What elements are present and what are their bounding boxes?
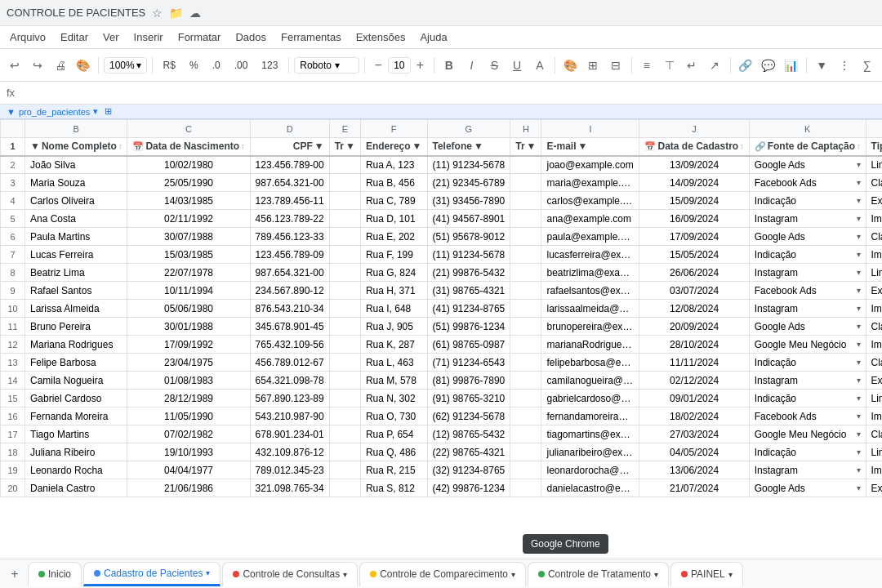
header-cpf[interactable]: CPF ▼ xyxy=(250,138,329,156)
cell-fonte[interactable]: Indicação▾ xyxy=(749,390,866,408)
cell-tr2[interactable] xyxy=(510,246,541,264)
cell-cpf[interactable]: 876.543.210-34 xyxy=(250,300,329,318)
cell-fonte[interactable]: Facebook Ads▾ xyxy=(749,174,866,192)
link-button[interactable]: 🔗 xyxy=(735,54,755,77)
comment-button[interactable]: 💬 xyxy=(758,54,778,77)
cell-cpf[interactable]: 456.789.012-67 xyxy=(250,354,329,372)
cell-nascimento[interactable]: 30/07/1988 xyxy=(127,228,250,246)
cell-fonte[interactable]: Instagram▾ xyxy=(749,372,866,390)
cell-tipo[interactable]: Limpeza▾ xyxy=(866,443,882,461)
cell-endereco[interactable]: Rua J, 905 xyxy=(360,318,427,336)
menu-ver[interactable]: Ver xyxy=(96,28,126,47)
cell-fonte[interactable]: Google Ads▾ xyxy=(749,156,866,174)
cell-tipo[interactable]: Extração▾ xyxy=(866,192,882,210)
format-123-button[interactable]: 123 xyxy=(256,57,283,74)
cell-tr2[interactable] xyxy=(510,443,541,461)
cell-fonte[interactable]: Instagram▾ xyxy=(749,210,866,228)
cell-nascimento[interactable]: 19/10/1993 xyxy=(127,443,250,461)
tab-inicio[interactable]: Inicio xyxy=(28,562,82,586)
cell-endereco[interactable]: Rua C, 789 xyxy=(360,192,427,210)
cell-tr2[interactable] xyxy=(510,264,541,282)
cell-tr2[interactable] xyxy=(510,282,541,300)
cell-tr2[interactable] xyxy=(510,192,541,210)
cell-tipo[interactable]: Limpeza▾ xyxy=(866,390,882,408)
wrap-button[interactable]: ↵ xyxy=(682,54,702,77)
bold-button[interactable]: B xyxy=(439,54,459,77)
cell-nome[interactable]: Juliana Ribeiro xyxy=(25,443,127,461)
cell-nascimento[interactable]: 05/06/1980 xyxy=(127,300,250,318)
currency-button[interactable]: R$ xyxy=(158,57,181,74)
menu-extensoes[interactable]: Extensões xyxy=(350,28,412,47)
row-number[interactable]: 2 xyxy=(1,156,25,174)
menu-ajuda[interactable]: Ajuda xyxy=(413,28,453,47)
cell-tr2[interactable] xyxy=(510,408,541,425)
star-icon[interactable]: ☆ xyxy=(152,7,163,20)
cell-cadastro[interactable]: 21/07/2024 xyxy=(639,479,749,497)
cell-fonte[interactable]: Instagram▾ xyxy=(749,300,866,318)
text-color-button[interactable]: A xyxy=(530,54,550,77)
cell-nascimento[interactable]: 30/01/1988 xyxy=(127,318,250,336)
cell-nome[interactable]: Maria Souza xyxy=(25,174,127,192)
align-button[interactable]: ≡ xyxy=(636,54,657,77)
cell-nome[interactable]: Fernanda Moreira xyxy=(25,408,127,425)
cell-endereco[interactable]: Rua L, 463 xyxy=(360,354,427,372)
header-telefone[interactable]: Telefone ▼ xyxy=(427,138,510,156)
cell-nascimento[interactable]: 10/11/1994 xyxy=(127,282,250,300)
cell-telefone[interactable]: (51) 95678-9012 xyxy=(427,228,510,246)
zoom-control[interactable]: 100% ▾ xyxy=(104,57,147,74)
cell-email[interactable]: beatrizlima@example. xyxy=(541,264,639,282)
cell-nascimento[interactable]: 15/03/1985 xyxy=(127,246,250,264)
cell-endereco[interactable]: Rua A, 123 xyxy=(360,156,427,174)
cell-nome[interactable]: Tiago Martins xyxy=(25,425,127,443)
row-number[interactable]: 19 xyxy=(1,461,25,479)
cell-nome[interactable]: Leonardo Rocha xyxy=(25,461,127,479)
cell-fonte[interactable]: Indicação▾ xyxy=(749,246,866,264)
row-number[interactable]: 7 xyxy=(1,246,25,264)
cell-email[interactable]: marianaRodrigues@exa xyxy=(541,336,639,354)
cell-email[interactable]: fernandamoreira@exan xyxy=(541,408,639,425)
cell-nascimento[interactable]: 22/07/1978 xyxy=(127,264,250,282)
cell-telefone[interactable]: (71) 91234-6543 xyxy=(427,354,510,372)
cell-tr2[interactable] xyxy=(510,300,541,318)
cell-tr1[interactable] xyxy=(329,192,360,210)
cell-nome[interactable]: Bruno Pereira xyxy=(25,318,127,336)
menu-editar[interactable]: Editar xyxy=(54,28,95,47)
font-size-increase[interactable]: + xyxy=(412,54,429,77)
row-number[interactable]: 5 xyxy=(1,210,25,228)
row-number[interactable]: 16 xyxy=(1,408,25,425)
cell-nome[interactable]: Felipe Barbosa xyxy=(25,354,127,372)
cell-tipo[interactable]: Clareame▾ xyxy=(866,228,882,246)
cell-endereco[interactable]: Rua R, 215 xyxy=(360,461,427,479)
cell-nome[interactable]: Larissa Almeida xyxy=(25,300,127,318)
cell-fonte[interactable]: Indicação▾ xyxy=(749,443,866,461)
decimal-inc-button[interactable]: .00 xyxy=(229,57,254,74)
cell-tr1[interactable] xyxy=(329,479,360,497)
chart-button[interactable]: 📊 xyxy=(781,54,801,77)
cell-cpf[interactable]: 765.432.109-56 xyxy=(250,336,329,354)
valign-button[interactable]: ⊤ xyxy=(659,54,679,77)
col-header-B[interactable]: B xyxy=(25,120,127,138)
rotate-button[interactable]: ↗ xyxy=(705,54,725,77)
header-endereco[interactable]: Endereço ▼ xyxy=(360,138,427,156)
cell-cpf[interactable]: 456.123.789-22 xyxy=(250,210,329,228)
cell-endereco[interactable]: Rua N, 302 xyxy=(360,390,427,408)
cell-cadastro[interactable]: 18/02/2024 xyxy=(639,408,749,425)
tab-tratamento[interactable]: Controle de Tratamento ▾ xyxy=(528,562,669,586)
cell-tr1[interactable] xyxy=(329,246,360,264)
cell-nome[interactable]: Daniela Castro xyxy=(25,479,127,497)
more-button[interactable]: ⋮ xyxy=(834,54,854,77)
cell-fonte[interactable]: Google Ads▾ xyxy=(749,318,866,336)
cell-cpf[interactable]: 432.109.876-12 xyxy=(250,443,329,461)
cell-cpf[interactable]: 987.654.321-00 xyxy=(250,174,329,192)
cell-tr1[interactable] xyxy=(329,443,360,461)
strikethrough-button[interactable]: S xyxy=(484,54,505,77)
cell-telefone[interactable]: (42) 99876-1234 xyxy=(427,479,510,497)
cell-cadastro[interactable]: 28/10/2024 xyxy=(639,336,749,354)
cell-fonte[interactable]: Google Meu Negócio▾ xyxy=(749,336,866,354)
cell-endereco[interactable]: Rua Q, 486 xyxy=(360,443,427,461)
cell-cadastro[interactable]: 13/06/2024 xyxy=(639,461,749,479)
cell-endereco[interactable]: Rua H, 371 xyxy=(360,282,427,300)
cell-tr2[interactable] xyxy=(510,372,541,390)
cell-tipo[interactable]: Clareame▾ xyxy=(866,318,882,336)
menu-formatar[interactable]: Formatar xyxy=(172,28,228,47)
